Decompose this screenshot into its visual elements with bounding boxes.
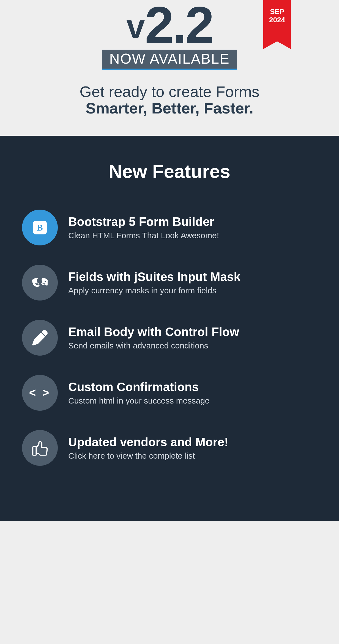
feature-desc: Clean HTML Forms That Look Awesome! — [68, 231, 219, 240]
feature-item: < > Custom Confirmations Custom html in … — [22, 375, 317, 411]
feature-item[interactable]: Updated vendors and More! Click here to … — [22, 430, 317, 466]
version-text: v2.2 — [102, 3, 237, 47]
feature-item: B Bootstrap 5 Form Builder Clean HTML Fo… — [22, 210, 317, 245]
availability-banner: NOW AVAILABLE — [102, 50, 237, 70]
feature-desc: Custom html in your success message — [68, 396, 210, 405]
ribbon-year: 2024 — [263, 16, 291, 24]
feature-title: Bootstrap 5 Form Builder — [68, 215, 219, 229]
version-number: 2.2 — [145, 0, 212, 54]
tagline: Get ready to create Forms Smarter, Bette… — [0, 83, 339, 117]
features-heading: New Features — [22, 161, 317, 182]
tagline-line2: Smarter, Better, Faster. — [86, 99, 253, 117]
date-ribbon: SEP 2024 — [263, 0, 291, 41]
feature-title: Email Body with Control Flow — [68, 325, 239, 339]
code-icon: < > — [22, 375, 58, 411]
feature-desc: Send emails with advanced conditions — [68, 341, 239, 350]
thumbs-up-icon — [22, 430, 58, 466]
feature-item: Email Body with Control Flow Send emails… — [22, 320, 317, 356]
feature-item: Fields with jSuites Input Mask Apply cur… — [22, 265, 317, 301]
svg-rect-0 — [33, 447, 36, 456]
ribbon-month: SEP — [263, 8, 291, 16]
tagline-line1: Get ready to create Forms — [0, 83, 339, 100]
version-prefix: v — [127, 8, 145, 45]
feature-title: Updated vendors and More! — [68, 435, 228, 449]
hero-section: SEP 2024 v2.2 NOW AVAILABLE Get ready to… — [0, 0, 339, 136]
feature-desc: Apply currency masks in your form fields — [68, 286, 240, 295]
feature-title: Custom Confirmations — [68, 380, 210, 394]
pencil-icon — [22, 320, 58, 356]
version-block: v2.2 NOW AVAILABLE — [102, 3, 237, 70]
masks-icon — [22, 265, 58, 301]
feature-desc: Click here to view the complete list — [68, 451, 228, 461]
bootstrap-icon: B — [22, 210, 58, 245]
feature-title: Fields with jSuites Input Mask — [68, 270, 240, 284]
features-section: New Features B Bootstrap 5 Form Builder … — [0, 136, 339, 521]
